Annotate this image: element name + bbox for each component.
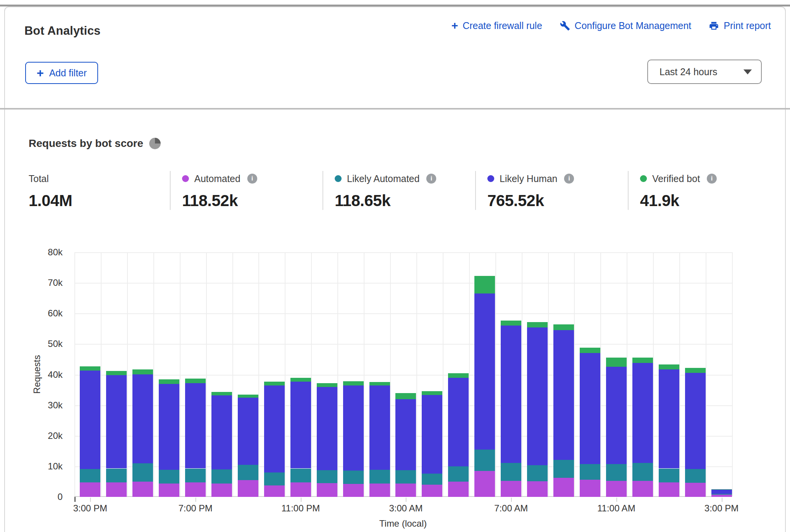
info-icon[interactable]: i xyxy=(707,174,717,184)
pie-chart-icon xyxy=(149,138,161,149)
print-report-link[interactable]: Print report xyxy=(709,20,771,31)
chevron-down-icon xyxy=(743,69,752,74)
plus-icon: + xyxy=(37,67,44,79)
section-heading: Requests by bot score xyxy=(29,137,161,150)
stat-likely-automated: Likely Automated i 118.65k xyxy=(322,171,475,210)
likely-automated-legend-dot xyxy=(335,175,342,182)
info-icon[interactable]: i xyxy=(564,174,574,184)
time-range-select[interactable]: Last 24 hours xyxy=(647,60,762,84)
print-report-label: Print report xyxy=(724,20,771,31)
stat-verified-bot-value: 41.9k xyxy=(640,192,769,210)
header-actions: + Create firewall rule Configure Bot Man… xyxy=(451,20,771,31)
stats-row: Total 1.04M Automated i 118.52k Likely A… xyxy=(29,171,780,210)
stat-likely-automated-value: 118.65k xyxy=(335,192,464,210)
automated-legend-dot xyxy=(182,175,189,182)
section-heading-text: Requests by bot score xyxy=(29,137,143,150)
configure-bot-management-link[interactable]: Configure Bot Management xyxy=(560,20,692,31)
likely-human-legend-dot xyxy=(487,175,494,182)
stat-automated-label: Automated xyxy=(194,173,240,184)
info-icon[interactable]: i xyxy=(426,174,436,184)
stat-total-value: 1.04M xyxy=(29,192,158,210)
section-divider xyxy=(0,108,790,110)
info-icon[interactable]: i xyxy=(247,174,257,184)
create-firewall-rule-label: Create firewall rule xyxy=(463,20,542,31)
stat-likely-human-label: Likely Human xyxy=(500,173,557,184)
create-firewall-rule-link[interactable]: + Create firewall rule xyxy=(451,20,542,31)
wrench-icon xyxy=(560,21,570,31)
stat-total: Total 1.04M xyxy=(29,171,170,210)
stat-total-label: Total xyxy=(29,173,49,184)
time-range-value: Last 24 hours xyxy=(659,66,717,77)
add-filter-button[interactable]: + Add filter xyxy=(25,62,98,84)
stat-automated-value: 118.52k xyxy=(182,192,311,210)
stat-automated: Automated i 118.52k xyxy=(170,171,322,210)
stat-likely-automated-label: Likely Automated xyxy=(347,173,419,184)
stat-likely-human-value: 765.52k xyxy=(487,192,616,210)
page-title: Bot Analytics xyxy=(24,24,101,38)
stat-likely-human: Likely Human i 765.52k xyxy=(475,171,628,210)
verified-bot-legend-dot xyxy=(640,175,647,182)
stat-verified-bot-label: Verified bot xyxy=(652,173,700,184)
bot-analytics-page: Bot Analytics + Create firewall rule Con… xyxy=(0,0,790,532)
configure-bot-management-label: Configure Bot Management xyxy=(575,20,692,31)
add-filter-label: Add filter xyxy=(49,68,87,79)
plus-icon: + xyxy=(451,20,458,31)
stat-verified-bot: Verified bot i 41.9k xyxy=(628,171,780,210)
printer-icon xyxy=(709,21,719,31)
analytics-card xyxy=(4,6,786,532)
